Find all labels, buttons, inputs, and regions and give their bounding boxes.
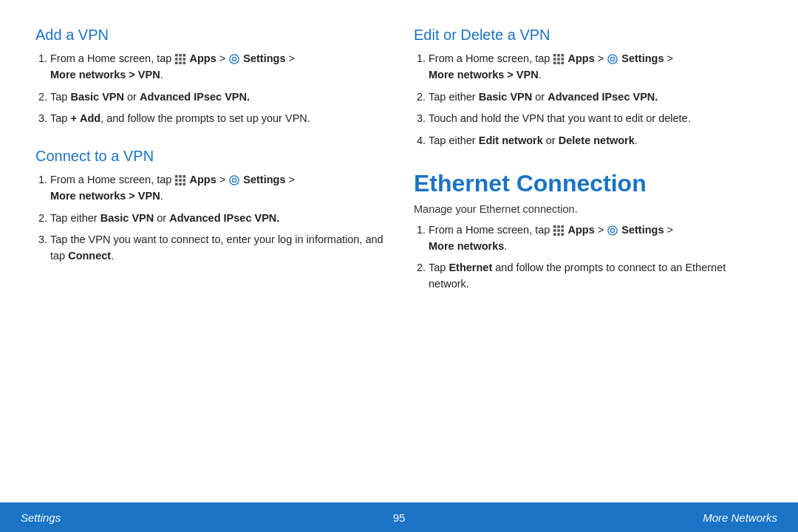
svg-rect-40 [558,233,561,236]
svg-point-43 [611,228,615,232]
apps-icon-4 [553,225,564,235]
edit-vpn-steps: From a Home screen, tap [414,51,763,149]
svg-rect-29 [558,62,561,65]
settings-icon-3 [607,53,618,64]
svg-rect-14 [175,179,178,182]
ethernet-title: Ethernet Connection [414,170,763,197]
svg-rect-37 [558,229,561,232]
svg-rect-15 [180,179,183,182]
add-vpn-steps: From a Home screen, tap [35,51,384,127]
svg-rect-33 [553,225,556,228]
svg-rect-19 [183,183,186,186]
apps-icon [175,53,185,64]
svg-rect-1 [180,54,183,57]
apps-label: Apps [189,52,216,64]
connect-vpn-step-1: From a Home screen, tap [50,172,384,205]
ethernet-step-2: Tap Ethernet and follow the prompts to c… [429,260,763,293]
svg-rect-36 [553,229,556,232]
svg-point-32 [611,58,615,61]
svg-rect-26 [558,58,561,61]
svg-rect-34 [558,225,561,228]
edit-vpn-step-1: From a Home screen, tap [429,51,763,83]
settings-icon-4 [607,225,618,235]
svg-rect-38 [562,229,565,232]
svg-point-20 [230,176,239,185]
svg-rect-16 [183,179,186,182]
edit-vpn-step-3: Touch and hold the VPN that you want to … [429,111,763,127]
apps-icon-2 [175,174,185,185]
connect-vpn-section: Connect to a VPN From a Home screen, tap [35,148,384,265]
svg-point-31 [608,55,617,64]
add-vpn-section: Add a VPN From a Home screen, tap [35,27,384,127]
ethernet-subtitle: Manage your Ethernet connection. [414,203,763,215]
svg-rect-12 [180,175,183,178]
footer: Settings 95 More Networks [0,502,798,532]
svg-rect-24 [562,54,565,57]
svg-rect-5 [183,58,186,61]
add-vpn-step-2: Tap Basic VPN or Advanced IPsec VPN. [50,89,384,106]
svg-rect-8 [183,62,186,65]
svg-rect-17 [175,183,178,186]
footer-page-number: 95 [393,511,406,524]
more-networks-vpn: More networks > VPN [50,69,160,81]
svg-rect-27 [562,58,565,61]
ethernet-steps: From a Home screen, tap [414,222,763,293]
footer-right-label: More Networks [703,511,777,524]
svg-point-9 [230,55,239,64]
edit-vpn-section: Edit or Delete a VPN From a Home screen,… [414,27,763,149]
svg-rect-25 [553,58,556,61]
settings-icon-2 [229,174,239,185]
svg-rect-28 [553,62,556,65]
add-vpn-step-1: From a Home screen, tap [50,51,384,83]
svg-rect-11 [175,175,178,178]
svg-rect-2 [183,54,186,57]
edit-vpn-title: Edit or Delete a VPN [414,27,763,44]
svg-rect-3 [175,58,178,61]
connect-vpn-title: Connect to a VPN [35,148,384,165]
svg-rect-30 [562,62,565,65]
main-content: Add a VPN From a Home screen, tap [0,0,798,502]
svg-rect-13 [183,175,186,178]
add-vpn-step-3: Tap + Add, and follow the prompts to set… [50,111,384,127]
ethernet-section: Ethernet Connection Manage your Ethernet… [414,170,763,293]
connect-vpn-step-2: Tap either Basic VPN or Advanced IPsec V… [50,211,384,227]
svg-rect-23 [558,54,561,57]
svg-point-21 [233,179,236,183]
svg-rect-22 [553,54,556,57]
svg-rect-39 [553,233,556,236]
svg-point-42 [608,226,617,235]
svg-rect-7 [180,62,183,65]
apps-icon-3 [553,53,564,64]
footer-left-label: Settings [21,511,61,524]
ethernet-step-1: From a Home screen, tap [429,222,763,255]
left-column: Add a VPN From a Home screen, tap [35,27,384,488]
connect-vpn-step-3: Tap the VPN you want to connect to, ente… [50,232,384,265]
connect-vpn-steps: From a Home screen, tap [35,172,384,265]
edit-vpn-step-2: Tap either Basic VPN or Advanced IPsec V… [429,89,763,106]
svg-rect-41 [562,233,565,236]
svg-rect-6 [175,62,178,65]
edit-vpn-step-4: Tap either Edit network or Delete networ… [429,133,763,149]
svg-rect-0 [175,54,178,57]
svg-rect-35 [562,225,565,228]
settings-icon [229,53,239,64]
svg-rect-18 [180,183,183,186]
svg-rect-4 [180,58,183,61]
settings-label: Settings [243,52,285,64]
right-column: Edit or Delete a VPN From a Home screen,… [414,27,763,488]
svg-point-10 [233,58,236,61]
add-vpn-title: Add a VPN [35,27,384,44]
